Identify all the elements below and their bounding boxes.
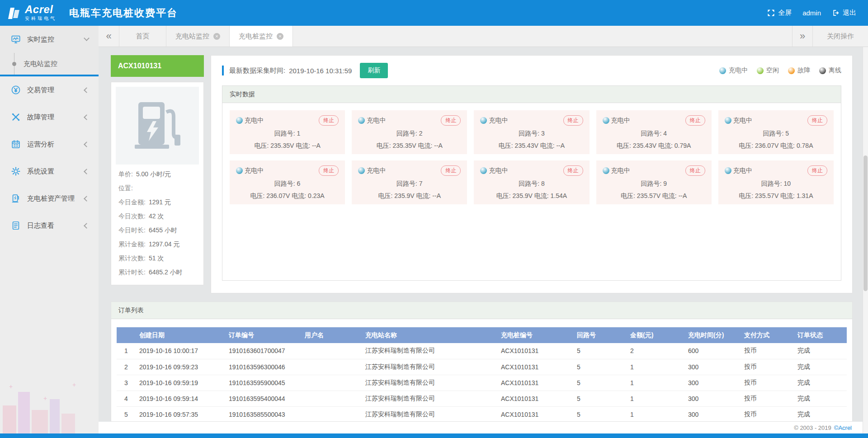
tab-label: 充电站监控 [175,32,209,41]
sidebar-item-realtime-monitor[interactable]: 实时监控 [0,26,99,53]
vertical-scrollbar[interactable] [863,47,868,433]
chevron-left-icon [84,169,90,174]
brand-name: Acrel [25,4,57,15]
circuit-number: 回路号: 10 [725,180,827,188]
table-cell: 2019-10-16 09:59:14 [136,391,225,406]
circuit-number: 回路号: 5 [725,130,827,138]
active-dot-icon [12,62,16,66]
circuit-number: 回路号: 9 [603,180,705,188]
sidebar-item-label: 故障管理 [27,113,54,122]
column-header: 订单状态 [794,327,847,343]
station-id-header[interactable]: ACX1010131 [111,55,204,77]
chevron-left-icon [84,141,90,147]
refresh-button[interactable]: 刷新 [360,63,388,78]
fullscreen-button[interactable]: 全屏 [767,9,792,17]
stat-value: 5.00 小时/元 [136,170,171,178]
sidebar-item-pile-asset-mgmt[interactable]: 充电桩资产管理 [0,185,99,212]
terminate-button[interactable]: 终止 [441,165,461,176]
logout-label: 退出 [843,9,856,17]
table-cell: 300 [684,391,741,406]
terminate-button[interactable]: 终止 [685,165,705,176]
tab-pile-monitor[interactable]: 充电桩监控× [230,26,293,47]
sidebar-item-transaction-mgmt[interactable]: 交易管理 [0,76,99,104]
chevron-left-icon [84,196,90,202]
circuit-card: 充电中终止回路号: 8电压: 235.9V 电流: 1.54A [474,160,589,204]
table-cell: 完成 [794,359,847,375]
table-cell: 2019-10-16 09:59:23 [136,359,225,375]
tab-label: 首页 [136,32,150,41]
circuit-card: 充电中终止回路号: 6电压: 236.07V 电流: 0.23A [230,160,345,204]
tab-station-monitor[interactable]: 充电站监控× [166,26,230,47]
logout-button[interactable]: 退出 [832,9,856,17]
terminate-button[interactable]: 终止 [563,165,583,176]
stat-value: 6455 小时 [149,226,177,234]
table-row[interactable]: 52019-10-16 09:57:351910163585500043江苏安科… [117,406,847,422]
table-cell: 2019-10-16 09:57:35 [136,406,225,422]
circuit-card: 充电中终止回路号: 4电压: 235.43V 电流: 0.79A [596,110,712,154]
tab-close-icon[interactable]: × [213,33,220,40]
terminate-button[interactable]: 终止 [563,115,583,126]
acrel-logo-icon [7,6,21,20]
charging-status-icon [603,167,609,174]
table-cell: 2 [117,359,136,375]
sidebar-item-system-settings[interactable]: 系统设置 [0,158,99,185]
table-row[interactable]: 32019-10-16 09:59:191910163595900045江苏安科… [117,375,847,391]
table-row[interactable]: 22019-10-16 09:59:231910163596300046江苏安科… [117,359,847,375]
table-cell: 投币 [741,343,794,359]
charging-status-icon [480,117,487,124]
stat-label: 今日时长: [118,226,146,234]
gear-icon [11,166,21,176]
status-legend: 充电中空闲故障离线 [719,66,841,75]
username[interactable]: admin [802,9,821,17]
charging-status-icon [358,117,365,124]
stat-label: 今日金额: [118,198,146,206]
terminate-button[interactable]: 终止 [441,115,461,126]
copyright-text: © 2003 - 2019 [794,424,831,431]
terminate-button[interactable]: 终止 [685,115,705,126]
sidebar-item-fault-mgmt[interactable]: 故障管理 [0,104,99,131]
tab-close-icon[interactable]: × [277,33,283,40]
status-sphere-icon [788,67,795,74]
close-operations-button[interactable]: 关闭操作 [813,26,868,47]
station-info-card: 单价:5.00 小时/元位置:今日金额:1291 元今日次数:42 次今日时长:… [111,82,204,285]
sidebar-item-station-monitor[interactable]: 充电站监控 [0,53,99,75]
legend-label: 充电中 [729,66,748,75]
collect-time-value: 2019-10-16 10:31:59 [289,67,352,75]
stat-value: 1297.04 元 [149,240,180,248]
circuit-status: 充电中 [367,167,386,175]
terminate-button[interactable]: 终止 [319,165,339,176]
circuit-number: 回路号: 2 [358,130,461,138]
tab-home[interactable]: 首页 [119,26,166,47]
terminate-button[interactable]: 终止 [319,115,339,126]
table-cell: ACX1010131 [497,343,573,359]
table-cell: 300 [684,375,741,391]
tabs-scroll-left-button[interactable]: « [99,26,119,47]
sidebar-item-label: 系统设置 [27,167,54,176]
tabs-scroll-right-button[interactable]: » [792,26,813,47]
table-row[interactable]: 42019-10-16 09:59:141910163595400044江苏安科… [117,391,847,406]
chevron-down-icon [84,35,90,41]
table-cell: 江苏安科瑞制造有限公司 [362,359,497,375]
scrollbar-thumb[interactable] [863,155,868,291]
sidebar: 实时监控充电站监控交易管理故障管理运营分析系统设置充电桩资产管理日志查看 +++ [0,26,99,438]
table-cell: 2 [627,343,684,359]
sidebar-subitem-label: 充电站监控 [24,60,57,68]
table-row[interactable]: 12019-10-16 10:00:171910163601700047江苏安科… [117,343,847,359]
tab-label: 充电桩监控 [239,32,273,41]
sidebar-item-log-view[interactable]: 日志查看 [0,212,99,239]
table-cell: 300 [684,406,741,422]
table-cell: 300 [684,359,741,375]
legend-item: 离线 [819,66,841,75]
logout-icon [832,9,840,17]
acrel-link[interactable]: ©Acrel [834,424,852,431]
column-header: 支付方式 [741,327,794,343]
monitor-icon [11,34,21,44]
sidebar-item-operation-analysis[interactable]: 运营分析 [0,131,99,158]
stat-label: 位置: [118,184,133,192]
terminate-button[interactable]: 终止 [807,115,827,126]
station-stat: 今日时长:6455 小时 [111,226,203,235]
circuit-metrics: 电压: 235.43V 电流: --A [480,142,583,150]
terminate-button[interactable]: 终止 [807,165,827,176]
stat-label: 累计次数: [118,254,146,262]
stat-value: 6485.2 小时 [149,268,183,276]
